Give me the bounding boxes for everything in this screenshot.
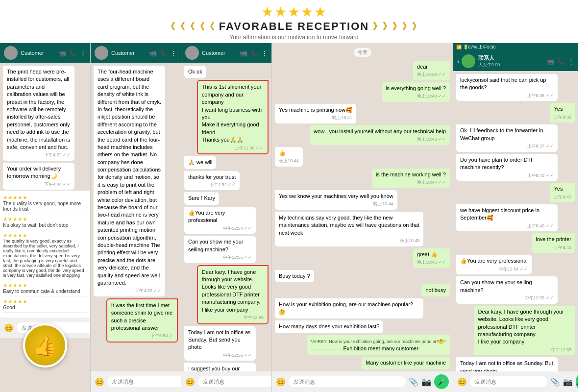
- attachment-icon-5[interactable]: 📎: [550, 377, 560, 387]
- review-item: ★★★★★ It's okay to wait, but don't stop: [3, 214, 87, 230]
- message-item: 🙏 we will: [184, 156, 216, 169]
- emoji-icon-3[interactable]: 😊: [185, 377, 195, 387]
- call-icon[interactable]: 📞: [69, 49, 77, 57]
- avatar-2: [95, 46, 108, 60]
- video-icon-5[interactable]: 📹: [546, 58, 554, 65]
- arrows-right: 》》》》》: [373, 21, 422, 32]
- favorable-title: 《《《《《 FAVORABLE RECEPTION 》》》》》: [0, 20, 588, 33]
- more-icon-2[interactable]: ⋮: [171, 49, 177, 57]
- status-bar: 📶 🔋87% 上午9:30: [453, 43, 578, 51]
- message-item: 👍You are very professional 中午12:54 ✓✓: [456, 255, 532, 274]
- message-item: Do you have plan to order DTF machine re…: [456, 154, 558, 181]
- day-separator: 今天: [354, 48, 371, 57]
- chat-input-bar-4[interactable]: 😊 📎 📷 🎤: [272, 371, 453, 392]
- contact-name-3: Customer: [202, 50, 225, 56]
- message-item: Many customer like your machine: [362, 357, 450, 369]
- more-icon[interactable]: ⋮: [80, 49, 86, 57]
- message-item: Ok. I'll feedback to the forwarder in We…: [456, 124, 558, 151]
- call-icon-2[interactable]: 📞: [160, 49, 168, 57]
- chat-panel-1: Customer 📹 📞 ⋮ The print head were pre-i…: [0, 43, 91, 392]
- chat-input-bar-3[interactable]: 😊 📎 📷 🎤: [181, 371, 271, 392]
- message-item: wow , you install yourself without any o…: [310, 125, 450, 145]
- message-item-highlight: It was the first time I met someone shim…: [106, 298, 178, 343]
- chat-header-2: Customer 📹 📞 ⋮: [91, 43, 181, 63]
- chat-panel-2: Customer 📹 📞 ⋮ The four-head machine use…: [91, 43, 181, 392]
- video-icon-2[interactable]: 📹: [149, 49, 157, 57]
- chat-icons-2: 📹 📞 ⋮: [149, 49, 177, 57]
- message-item: How is your exhibition going, are our ma…: [275, 298, 423, 318]
- message-item: Can you show me your selling machine? 中午…: [184, 236, 256, 263]
- message-item: is everything going well ? 晚上10:40 ✓✓: [382, 82, 450, 102]
- video-icon-3[interactable]: 📹: [240, 49, 247, 57]
- page-header: ★★★★★ 《《《《《 FAVORABLE RECEPTION 》》》》》 Yo…: [0, 0, 588, 43]
- avatar-1: [4, 46, 18, 60]
- emoji-icon-2[interactable]: 😊: [95, 377, 104, 387]
- emoji-icon-4[interactable]: 😊: [276, 377, 286, 387]
- chat-messages-5: luckyconsol said that he can pick up the…: [453, 71, 578, 371]
- message-item: Busy today ?: [275, 270, 314, 282]
- contact-name-2: Customer: [111, 50, 135, 56]
- chat-panel-5: 📶 🔋87% 上午9:30 ‹ 联系人 大头午9:00 📹 📞 ⋮ luckyc…: [453, 43, 578, 392]
- arrows-left: 《《《《《: [166, 21, 215, 32]
- review-item: ★★★★★ The quality is very good, exactly …: [3, 230, 87, 280]
- more-icon-3[interactable]: ⋮: [261, 49, 268, 57]
- subtitle: Your affirmation is our motivation to mo…: [0, 34, 588, 41]
- message-item: great 👍 晚上10:45 ✓✓: [413, 248, 450, 268]
- message-item: Can you show me your selling machine? 中午…: [456, 276, 558, 303]
- stars-display: ★★★★★: [0, 4, 588, 20]
- call-icon-5[interactable]: 📞: [557, 58, 565, 65]
- message-item: Yes machine is printing now🥰 晚上10:41: [275, 104, 356, 123]
- message-item: thanks for your trust 下午1:52 ✓✓: [184, 171, 240, 191]
- message-input-3[interactable]: [198, 376, 272, 387]
- call-icon-3[interactable]: 📞: [250, 49, 258, 57]
- message-item: I suggest you buy our machines and consu…: [184, 363, 256, 371]
- contact-status: 大头午9:00: [478, 62, 500, 68]
- message-item: Dear kary. I have gone through your webs…: [474, 306, 575, 356]
- chat-messages-4: 今天 dear 晚上10:39 ✓✓ is everything going w…: [272, 43, 453, 371]
- mic-button-5[interactable]: 🎤: [576, 374, 578, 389]
- main-content: Customer 📹 📞 ⋮ The print head were pre-i…: [0, 43, 588, 392]
- message-input-4[interactable]: [289, 376, 406, 387]
- message-input-2[interactable]: [107, 376, 181, 387]
- message-item: Today I am not in office as Sunday. But …: [184, 326, 256, 361]
- chat-input-bar-5[interactable]: 😊 📎 📷 🎤: [453, 371, 578, 392]
- message-input-5[interactable]: [470, 376, 547, 387]
- review-item: ★★★★★ The quality is very good, hope mor…: [3, 193, 87, 214]
- chat-icons-1: 📹 📞 ⋮: [58, 49, 86, 57]
- message-item: The four-head machine uses a different b…: [94, 66, 165, 296]
- title-text: FAVORABLE RECEPTION: [219, 20, 369, 33]
- avatar-5: [462, 54, 475, 68]
- message-item: dear 晚上10:39 ✓✓: [413, 61, 450, 80]
- back-icon[interactable]: ‹: [457, 57, 460, 65]
- message-item: we have biggest discount price in Septem…: [456, 204, 558, 231]
- review-item: ★★★★★ Good: [3, 296, 87, 313]
- message-item: 👍 晚上10:44: [275, 147, 303, 167]
- chat-header-1: Customer 📹 📞 ⋮: [0, 43, 90, 63]
- we-love-printer-message: love the printer 上午8:40: [532, 233, 575, 253]
- video-icon[interactable]: 📹: [58, 49, 66, 57]
- message-item: *AIIREY: How is your exhibition going, a…: [307, 335, 450, 355]
- camera-icon-4[interactable]: 📷: [421, 377, 431, 387]
- emoji-icon-5[interactable]: 😊: [457, 377, 467, 387]
- message-item: Ok ok: [184, 66, 206, 78]
- message-item: is the machine working well ? 晚上10:44 ✓✓: [372, 169, 450, 188]
- attachment-icon-4[interactable]: 📎: [409, 377, 418, 387]
- reviews-section: ★★★★★ The quality is very good, hope mor…: [0, 190, 90, 318]
- chat-panel-3: Customer 📹 📞 ⋮ Ok ok This is 1st shipmen…: [181, 43, 272, 392]
- message-item-highlight: Dear kary. I have gone through your webs…: [197, 265, 269, 324]
- mic-button-4[interactable]: 🎤: [434, 374, 449, 389]
- chat-header-3: Customer 📹 📞 ⋮: [181, 43, 271, 63]
- message-item: not busy: [421, 284, 450, 296]
- message-item: The print head were pre-installed for cu…: [3, 66, 74, 161]
- message-item: How many days does your exhibition last?: [275, 320, 383, 333]
- message-item: Sure ! Kary: [184, 192, 219, 204]
- chat-header-5: ‹ 联系人 大头午9:00 📹 📞 ⋮: [453, 51, 578, 71]
- camera-icon-5[interactable]: 📷: [563, 377, 573, 387]
- more-icon-5[interactable]: ⋮: [568, 58, 574, 65]
- chat-panel-4: 今天 dear 晚上10:39 ✓✓ is everything going w…: [272, 43, 453, 392]
- message-item: Yes 上午8:36: [550, 103, 575, 122]
- message-item: My technicians say very good, they like …: [275, 212, 423, 246]
- emoji-icon[interactable]: 😊: [4, 323, 14, 333]
- chat-input-bar-2[interactable]: 😊 📎 📷 🎤: [91, 371, 181, 392]
- chat-icons-3: 📹 📞 ⋮: [240, 49, 268, 57]
